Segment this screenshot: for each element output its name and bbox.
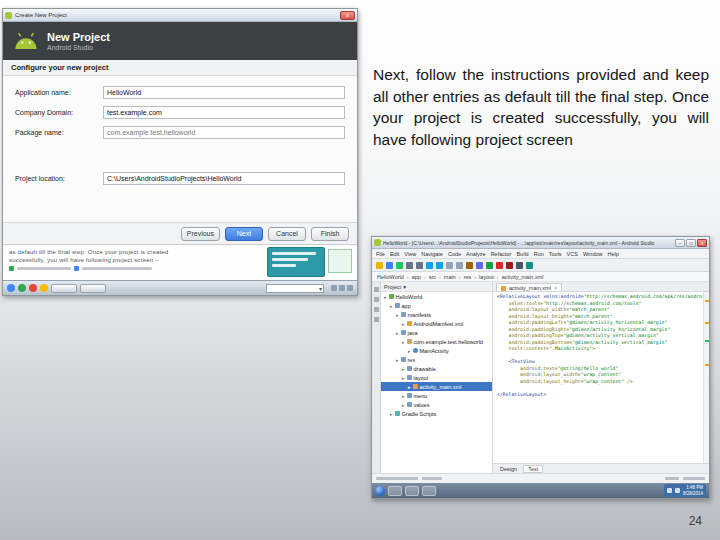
menu-file[interactable]: File <box>376 251 385 257</box>
tool-window-icon[interactable] <box>374 297 379 302</box>
open-icon[interactable] <box>376 262 383 269</box>
close-icon[interactable]: x <box>340 11 355 20</box>
taskbar-app-button[interactable] <box>388 486 402 496</box>
tree-item-androidmanifest-xml[interactable]: ▸AndroidManifest.xml <box>381 319 492 328</box>
company-domain-input[interactable]: test.example.com <box>103 106 345 119</box>
warning-mark-icon <box>705 364 709 366</box>
project-location-input[interactable]: C:\Users\AndroidStudioProjects\HelloWorl… <box>103 172 345 185</box>
crumb-src[interactable]: src <box>429 274 436 280</box>
tree-item-helloworld[interactable]: ▸HelloWorld <box>381 292 492 301</box>
tree-item-manifests[interactable]: ▸manifests <box>381 310 492 319</box>
application-name-input[interactable]: HelloWorld <box>103 86 345 99</box>
tree-item-res[interactable]: ▸res <box>381 355 492 364</box>
cancel-button[interactable]: Cancel <box>268 227 306 241</box>
crumb-main[interactable]: main <box>444 274 456 280</box>
tray-icon[interactable] <box>675 488 680 493</box>
taskbar-app-button[interactable] <box>405 486 419 496</box>
taskbar-icons <box>7 284 48 292</box>
menu-help[interactable]: Help <box>607 251 618 257</box>
menu-refactor[interactable]: Refactor <box>491 251 512 257</box>
menu-build[interactable]: Build <box>516 251 528 257</box>
save-icon[interactable] <box>386 262 393 269</box>
package-name-input[interactable]: com.example.test.helloworld <box>103 126 345 139</box>
tray-icon[interactable] <box>339 285 345 291</box>
app-icon-yellow[interactable] <box>40 284 48 292</box>
sync-icon[interactable] <box>396 262 403 269</box>
tray-icon[interactable] <box>667 488 672 493</box>
menu-vcs[interactable]: VCS <box>567 251 578 257</box>
ide-window-title: HelloWorld - [C:\Users\...\AndroidStudio… <box>383 240 673 246</box>
tab-design[interactable]: Design <box>496 466 521 472</box>
redo-icon[interactable] <box>436 262 443 269</box>
field-label: Application name: <box>15 89 103 96</box>
undo-icon[interactable] <box>426 262 433 269</box>
tray-icon[interactable] <box>347 285 353 291</box>
taskbar-app-button[interactable] <box>422 486 436 496</box>
menu-navigate[interactable]: Navigate <box>421 251 443 257</box>
tree-item-values[interactable]: ▸values <box>381 400 492 409</box>
crumb-helloworld[interactable]: HelloWorld <box>377 274 404 280</box>
crumb-activity-main-xml[interactable]: activity_main.xml <box>502 274 544 280</box>
menu-view[interactable]: View <box>404 251 416 257</box>
menu-analyze[interactable]: Analyze <box>466 251 486 257</box>
tree-item-menu[interactable]: ▸menu <box>381 391 492 400</box>
taskbar-search-box[interactable]: ▾ <box>266 284 324 293</box>
menu-run[interactable]: Run <box>534 251 544 257</box>
wizard-title: New Project <box>47 31 110 43</box>
maximize-icon[interactable]: □ <box>686 239 696 247</box>
menu-edit[interactable]: Edit <box>390 251 399 257</box>
tree-item-drawable[interactable]: ▸drawable <box>381 364 492 373</box>
menu-window[interactable]: Window <box>583 251 603 257</box>
tree-item-gradle-scripts[interactable]: ▸Gradle Scripts <box>381 409 492 418</box>
stop-icon[interactable] <box>506 262 513 269</box>
forward-icon[interactable] <box>416 262 423 269</box>
editor-scrollbar[interactable] <box>703 292 709 463</box>
tree-item-com-example-test-helloworld[interactable]: ▸com.example.test.helloworld <box>381 337 492 346</box>
expand-arrow-icon: ▸ <box>384 294 387 300</box>
start-button-icon[interactable] <box>375 486 385 496</box>
tool-window-icon[interactable] <box>374 307 379 312</box>
tree-label: activity_main.xml <box>420 384 462 390</box>
help-icon[interactable] <box>526 262 533 269</box>
taskbar-window-button[interactable] <box>80 284 106 293</box>
tree-item-mainactivity[interactable]: ▸MainActivity <box>381 346 492 355</box>
back-icon[interactable] <box>406 262 413 269</box>
close-icon[interactable]: x <box>697 239 707 247</box>
taskbar-window-button[interactable] <box>51 284 77 293</box>
tree-item-java[interactable]: ▸java <box>381 328 492 337</box>
project-panel-header[interactable]: Project ▾ <box>381 282 492 292</box>
crumb-layout[interactable]: layout <box>479 274 494 280</box>
debug-icon[interactable] <box>496 262 503 269</box>
menu-code[interactable]: Code <box>448 251 461 257</box>
tree-item-layout[interactable]: ▸layout <box>381 373 492 382</box>
notification-popup[interactable] <box>267 247 325 277</box>
editor-tab[interactable]: activity_main.xml × <box>496 283 562 291</box>
tray-icon[interactable] <box>331 285 337 291</box>
tree-item-app[interactable]: ▸app <box>381 301 492 310</box>
finish-button[interactable]: Finish <box>311 227 349 241</box>
cut-icon[interactable] <box>446 262 453 269</box>
tab-close-icon[interactable]: × <box>554 285 557 291</box>
browser-icon[interactable] <box>7 284 15 292</box>
code-editor[interactable]: <RelativeLayout xmlns:android="http://sc… <box>493 292 703 463</box>
settings-icon[interactable] <box>516 262 523 269</box>
tree-item-activity-main-xml[interactable]: ▸activity_main.xml <box>381 382 492 391</box>
paste-icon[interactable] <box>466 262 473 269</box>
menu-tools[interactable]: Tools <box>549 251 562 257</box>
minimize-icon[interactable]: – <box>675 239 685 247</box>
popup-text-bar <box>272 258 308 261</box>
previous-button[interactable]: Previous <box>181 227 220 241</box>
find-icon[interactable] <box>476 262 483 269</box>
crumb-app[interactable]: app <box>412 274 421 280</box>
tab-text[interactable]: Text <box>523 465 543 473</box>
tool-window-icon[interactable] <box>374 287 379 292</box>
crumb-res[interactable]: res <box>464 274 472 280</box>
app-icon-green[interactable] <box>18 284 26 292</box>
tree-label: values <box>414 402 430 408</box>
app-icon-red[interactable] <box>29 284 37 292</box>
tool-window-icon[interactable] <box>374 317 379 322</box>
next-button[interactable]: Next <box>225 227 263 241</box>
copy-icon[interactable] <box>456 262 463 269</box>
run-icon[interactable] <box>486 262 493 269</box>
taskbar-clock[interactable]: 1:48 PM 8/28/2014 <box>683 485 703 496</box>
